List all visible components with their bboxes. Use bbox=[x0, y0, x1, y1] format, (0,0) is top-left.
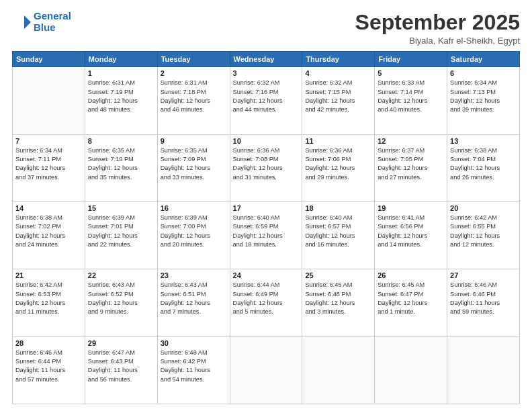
day-info: Sunrise: 6:46 AMSunset: 6:46 PMDaylight:… bbox=[450, 281, 517, 316]
day-number: 18 bbox=[305, 204, 371, 212]
location-subtitle: Biyala, Kafr el-Sheikh, Egypt bbox=[355, 36, 520, 46]
day-number: 17 bbox=[233, 204, 300, 212]
calendar-cell bbox=[230, 336, 302, 404]
weekday-header-thursday: Thursday bbox=[302, 52, 375, 67]
day-info: Sunrise: 6:43 AMSunset: 6:51 PMDaylight:… bbox=[161, 281, 227, 316]
calendar-week-row: 7Sunrise: 6:34 AMSunset: 7:11 PMDaylight… bbox=[13, 134, 520, 201]
calendar-week-row: 28Sunrise: 6:46 AMSunset: 6:44 PMDayligh… bbox=[13, 336, 520, 404]
day-info: Sunrise: 6:45 AMSunset: 6:47 PMDaylight:… bbox=[378, 281, 444, 316]
day-number: 8 bbox=[88, 137, 154, 145]
day-info: Sunrise: 6:37 AMSunset: 7:05 PMDaylight:… bbox=[378, 146, 444, 182]
calendar-cell: 5Sunrise: 6:33 AMSunset: 7:14 PMDaylight… bbox=[375, 67, 447, 134]
day-number: 16 bbox=[161, 204, 227, 212]
day-info: Sunrise: 6:35 AMSunset: 7:10 PMDaylight:… bbox=[88, 146, 154, 182]
day-number: 13 bbox=[450, 137, 517, 145]
day-info: Sunrise: 6:34 AMSunset: 7:13 PMDaylight:… bbox=[450, 79, 517, 114]
logo-line1: General bbox=[34, 11, 71, 22]
calendar-cell: 21Sunrise: 6:42 AMSunset: 6:53 PMDayligh… bbox=[13, 269, 85, 336]
day-number: 4 bbox=[305, 69, 371, 77]
calendar-cell: 14Sunrise: 6:38 AMSunset: 7:02 PMDayligh… bbox=[13, 201, 85, 269]
day-info: Sunrise: 6:44 AMSunset: 6:49 PMDaylight:… bbox=[233, 281, 300, 316]
day-number: 9 bbox=[161, 137, 227, 145]
logo-line2: Blue bbox=[34, 22, 71, 34]
calendar-cell: 19Sunrise: 6:41 AMSunset: 6:56 PMDayligh… bbox=[375, 201, 447, 269]
day-info: Sunrise: 6:39 AMSunset: 7:00 PMDaylight:… bbox=[161, 214, 227, 249]
day-info: Sunrise: 6:41 AMSunset: 6:56 PMDaylight:… bbox=[378, 214, 444, 249]
calendar-cell: 24Sunrise: 6:44 AMSunset: 6:49 PMDayligh… bbox=[230, 269, 302, 336]
day-info: Sunrise: 6:47 AMSunset: 6:43 PMDaylight:… bbox=[88, 349, 154, 384]
day-info: Sunrise: 6:43 AMSunset: 6:52 PMDaylight:… bbox=[88, 281, 154, 316]
weekday-header-monday: Monday bbox=[85, 52, 157, 67]
calendar-cell: 6Sunrise: 6:34 AMSunset: 7:13 PMDaylight… bbox=[447, 67, 520, 134]
day-number: 1 bbox=[88, 69, 154, 77]
day-info: Sunrise: 6:46 AMSunset: 6:44 PMDaylight:… bbox=[15, 349, 82, 384]
day-number: 29 bbox=[88, 339, 154, 347]
calendar-cell: 3Sunrise: 6:32 AMSunset: 7:16 PMDaylight… bbox=[230, 67, 302, 134]
header: General Blue September 2025 Biyala, Kafr… bbox=[12, 11, 520, 46]
calendar-cell: 15Sunrise: 6:39 AMSunset: 7:01 PMDayligh… bbox=[85, 201, 157, 269]
day-number: 6 bbox=[450, 69, 517, 77]
calendar-cell: 18Sunrise: 6:40 AMSunset: 6:57 PMDayligh… bbox=[302, 201, 375, 269]
svg-marker-0 bbox=[24, 15, 31, 29]
day-number: 28 bbox=[15, 339, 82, 347]
weekday-header-tuesday: Tuesday bbox=[157, 52, 230, 67]
day-number: 15 bbox=[88, 204, 154, 212]
calendar-cell: 27Sunrise: 6:46 AMSunset: 6:46 PMDayligh… bbox=[447, 269, 520, 336]
logo: General Blue bbox=[12, 11, 71, 33]
calendar-cell: 20Sunrise: 6:42 AMSunset: 6:55 PMDayligh… bbox=[447, 201, 520, 269]
day-number: 11 bbox=[305, 137, 371, 145]
day-number: 21 bbox=[15, 271, 82, 279]
calendar-cell: 17Sunrise: 6:40 AMSunset: 6:59 PMDayligh… bbox=[230, 201, 302, 269]
day-info: Sunrise: 6:36 AMSunset: 7:08 PMDaylight:… bbox=[233, 146, 300, 182]
weekday-header-wednesday: Wednesday bbox=[230, 52, 302, 67]
calendar-cell: 4Sunrise: 6:32 AMSunset: 7:15 PMDaylight… bbox=[302, 67, 375, 134]
calendar-cell: 1Sunrise: 6:31 AMSunset: 7:19 PMDaylight… bbox=[85, 67, 157, 134]
day-info: Sunrise: 6:38 AMSunset: 7:02 PMDaylight:… bbox=[15, 214, 82, 249]
calendar-cell: 9Sunrise: 6:35 AMSunset: 7:09 PMDaylight… bbox=[157, 134, 230, 201]
day-info: Sunrise: 6:32 AMSunset: 7:15 PMDaylight:… bbox=[305, 79, 371, 114]
day-number: 26 bbox=[378, 271, 444, 279]
month-title: September 2025 bbox=[355, 11, 520, 34]
calendar-cell: 11Sunrise: 6:36 AMSunset: 7:06 PMDayligh… bbox=[302, 134, 375, 201]
calendar-cell: 13Sunrise: 6:38 AMSunset: 7:04 PMDayligh… bbox=[447, 134, 520, 201]
day-number: 19 bbox=[378, 204, 444, 212]
calendar-cell: 30Sunrise: 6:48 AMSunset: 6:42 PMDayligh… bbox=[157, 336, 230, 404]
calendar-cell: 28Sunrise: 6:46 AMSunset: 6:44 PMDayligh… bbox=[13, 336, 85, 404]
calendar-cell: 8Sunrise: 6:35 AMSunset: 7:10 PMDaylight… bbox=[85, 134, 157, 201]
calendar-cell: 22Sunrise: 6:43 AMSunset: 6:52 PMDayligh… bbox=[85, 269, 157, 336]
weekday-header-row: SundayMondayTuesdayWednesdayThursdayFrid… bbox=[13, 52, 520, 67]
day-number: 30 bbox=[161, 339, 227, 347]
day-info: Sunrise: 6:36 AMSunset: 7:06 PMDaylight:… bbox=[305, 146, 371, 182]
day-number: 24 bbox=[233, 271, 300, 279]
calendar-week-row: 21Sunrise: 6:42 AMSunset: 6:53 PMDayligh… bbox=[13, 269, 520, 336]
day-number: 2 bbox=[161, 69, 227, 77]
day-info: Sunrise: 6:45 AMSunset: 6:48 PMDaylight:… bbox=[305, 281, 371, 316]
calendar-cell bbox=[13, 67, 85, 134]
day-number: 10 bbox=[233, 137, 300, 145]
calendar-cell: 12Sunrise: 6:37 AMSunset: 7:05 PMDayligh… bbox=[375, 134, 447, 201]
day-number: 22 bbox=[88, 271, 154, 279]
day-info: Sunrise: 6:42 AMSunset: 6:53 PMDaylight:… bbox=[15, 281, 82, 316]
calendar-cell bbox=[375, 336, 447, 404]
calendar-cell bbox=[302, 336, 375, 404]
weekday-header-sunday: Sunday bbox=[13, 52, 85, 67]
day-number: 25 bbox=[305, 271, 371, 279]
calendar-cell bbox=[447, 336, 520, 404]
day-info: Sunrise: 6:40 AMSunset: 6:57 PMDaylight:… bbox=[305, 214, 371, 249]
day-number: 27 bbox=[450, 271, 517, 279]
day-info: Sunrise: 6:42 AMSunset: 6:55 PMDaylight:… bbox=[450, 214, 517, 249]
day-number: 20 bbox=[450, 204, 517, 212]
title-block: September 2025 Biyala, Kafr el-Sheikh, E… bbox=[355, 11, 520, 46]
day-info: Sunrise: 6:39 AMSunset: 7:01 PMDaylight:… bbox=[88, 214, 154, 249]
calendar-week-row: 14Sunrise: 6:38 AMSunset: 7:02 PMDayligh… bbox=[13, 201, 520, 269]
calendar-cell: 23Sunrise: 6:43 AMSunset: 6:51 PMDayligh… bbox=[157, 269, 230, 336]
calendar-cell: 16Sunrise: 6:39 AMSunset: 7:00 PMDayligh… bbox=[157, 201, 230, 269]
calendar-cell: 7Sunrise: 6:34 AMSunset: 7:11 PMDaylight… bbox=[13, 134, 85, 201]
day-number: 7 bbox=[15, 137, 82, 145]
day-number: 3 bbox=[233, 69, 300, 77]
logo-icon bbox=[12, 13, 31, 32]
weekday-header-friday: Friday bbox=[375, 52, 447, 67]
logo-text: General Blue bbox=[34, 11, 71, 33]
day-info: Sunrise: 6:31 AMSunset: 7:19 PMDaylight:… bbox=[88, 79, 154, 114]
day-number: 14 bbox=[15, 204, 82, 212]
